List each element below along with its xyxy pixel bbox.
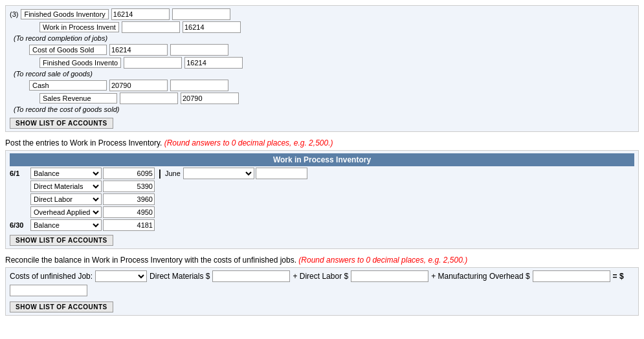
account-wip-credit: Work in Process Invent (39, 22, 119, 32)
account-cash: Cash (29, 80, 107, 91)
journal-row-fgi2-credit: Finished Goods Invento (10, 57, 634, 69)
ledger-right-select-1[interactable]: Balance Direct Materials (183, 168, 254, 179)
account-cogs: Cost of Goods Sold (29, 45, 107, 55)
debit-cash[interactable] (109, 80, 168, 91)
journal-row-wip-credit: Work in Process Invent (10, 21, 634, 33)
ledger-row-3: Direct Labor Balance Direct Materials Ov… (10, 193, 634, 205)
section-3-container: (3) Finished Goods Inventory Work in Pro… (5, 5, 639, 132)
show-accounts-btn-reconcile[interactable]: SHOW LIST OF ACCOUNTS (10, 301, 113, 312)
note-completion: (To record completion of jobs) (14, 34, 634, 42)
ledger-date-1: 6/1 (10, 170, 30, 177)
debit-fgi2[interactable] (124, 57, 182, 69)
debit-cogs[interactable] (109, 44, 168, 56)
credit-wip[interactable] (183, 21, 241, 33)
reconcile-dl-input[interactable] (351, 270, 428, 282)
show-accounts-btn-wip[interactable]: SHOW LIST OF ACCOUNTS (10, 235, 113, 246)
journal-row-revenue-credit: Sales Revenue (10, 93, 634, 104)
ledger-left-amount-5[interactable] (103, 219, 155, 231)
journal-row-cash-debit: Cash (10, 80, 634, 91)
debit-revenue[interactable] (120, 93, 178, 104)
ledger-left-amount-4[interactable] (103, 206, 155, 218)
reconcile-job-label: Costs of unfinished Job: (10, 272, 93, 281)
wip-instruction: Post the entries to Work in Process Inve… (5, 138, 639, 148)
page: (3) Finished Goods Inventory Work in Pro… (0, 0, 644, 339)
ledger-left-select-4[interactable]: Overhead Applied Balance Direct Material… (30, 206, 102, 218)
show-accounts-btn-3[interactable]: SHOW LIST OF ACCOUNTS (10, 118, 113, 129)
ledger-right-label-1: June (165, 170, 181, 177)
ledger-date-5: 6/30 (10, 221, 30, 229)
ledger-row-2: Direct Materials Balance Direct Labor Ov… (10, 180, 634, 192)
reconcile-row: Costs of unfinished Job: Direct Material… (10, 270, 634, 296)
ledger-pipe-1: | (159, 168, 161, 179)
ledger-left-amount-2[interactable] (103, 180, 155, 192)
credit-revenue[interactable] (181, 93, 239, 104)
reconcile-plus2: + Manufacturing Overhead $ (431, 272, 529, 281)
wip-ledger-section: Work in Process Inventory 6/1 Balance Di… (5, 150, 639, 249)
reconcile-mfg-input[interactable] (533, 270, 610, 282)
debit-fgi[interactable] (111, 8, 170, 20)
reconcile-section: Costs of unfinished Job: Direct Material… (5, 267, 639, 316)
account-fgi-debit: Finished Goods Inventory (21, 9, 108, 19)
journal-row-fgi-debit: (3) Finished Goods Inventory (10, 8, 634, 20)
ledger-left-amount-1[interactable] (103, 168, 155, 179)
reconcile-equals: = $ (613, 272, 624, 281)
account-revenue: Sales Revenue (39, 93, 117, 104)
section-label: (3) (10, 10, 18, 18)
credit-cogs-empty[interactable] (170, 44, 228, 56)
debit-wip[interactable] (122, 21, 180, 33)
ledger-left-select-5[interactable]: Balance Direct Materials Direct Labor Ov… (30, 219, 102, 231)
ledger-row-1: 6/1 Balance Direct Materials Direct Labo… (10, 168, 634, 179)
reconcile-instruction-red: (Round answers to 0 decimal places, e.g.… (298, 256, 467, 265)
credit-fgi2[interactable] (184, 57, 243, 69)
ledger-row-5: 6/30 Balance Direct Materials Direct Lab… (10, 219, 634, 231)
note-sale: (To record sale of goods) (14, 70, 634, 78)
note-cogs: (To record the cost of goods sold) (14, 105, 634, 113)
credit-cash-empty[interactable] (170, 80, 228, 91)
reconcile-dm-input[interactable] (212, 270, 290, 282)
reconcile-plus1: + Direct Labor $ (293, 272, 348, 281)
ledger-left-select-1[interactable]: Balance Direct Materials Direct Labor Ov… (30, 168, 102, 179)
reconcile-job-select[interactable] (95, 270, 147, 282)
account-fgi2: Finished Goods Invento (39, 58, 121, 68)
ledger-left-select-3[interactable]: Direct Labor Balance Direct Materials Ov… (30, 193, 102, 205)
credit-fgi[interactable] (172, 8, 230, 20)
ledger-left-select-2[interactable]: Direct Materials Balance Direct Labor Ov… (30, 180, 102, 192)
ledger-right-amount-1[interactable] (256, 168, 307, 179)
journal-row-cogs-debit: Cost of Goods Sold (10, 44, 634, 56)
reconcile-dm-label: Direct Materials $ (150, 272, 210, 281)
ledger-row-4: Overhead Applied Balance Direct Material… (10, 206, 634, 218)
reconcile-total-input[interactable] (10, 285, 87, 296)
wip-instruction-red: (Round answers to 0 decimal places, e.g.… (164, 138, 333, 148)
wip-ledger-header: Work in Process Inventory (10, 153, 634, 166)
ledger-left-amount-3[interactable] (103, 193, 155, 205)
reconcile-instruction: Reconcile the balance in Work in Process… (5, 256, 639, 265)
